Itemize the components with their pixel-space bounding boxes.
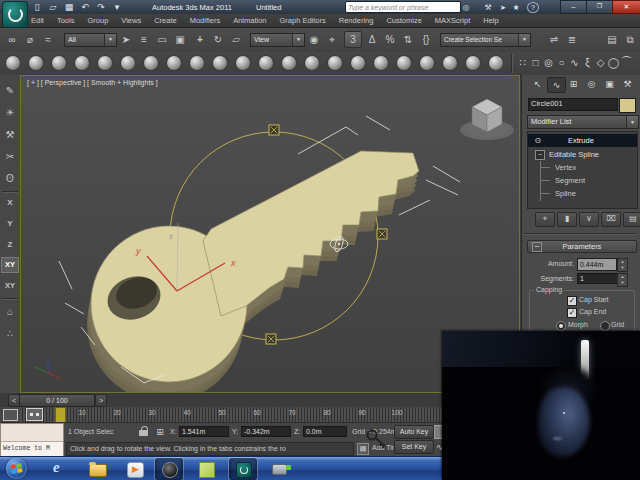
tab-motion[interactable]: ◎ bbox=[583, 77, 600, 91]
select-object-icon[interactable]: ➤ bbox=[118, 32, 134, 48]
shape-ngon-icon[interactable]: ◇ bbox=[594, 56, 607, 70]
search-icon[interactable]: ◎ bbox=[459, 2, 473, 13]
morph-radio[interactable] bbox=[556, 321, 566, 331]
tools-icon[interactable]: ⚒ bbox=[1, 127, 19, 143]
shape-rectangle-icon[interactable]: □ bbox=[529, 56, 542, 70]
search-input[interactable] bbox=[345, 1, 461, 13]
menu-tools[interactable]: Tools bbox=[57, 16, 75, 25]
maximize-button[interactable]: ❐ bbox=[586, 0, 613, 14]
menu-customize[interactable]: Customize bbox=[386, 16, 421, 25]
selection-filter-arrow-icon[interactable]: ▼ bbox=[104, 34, 116, 46]
shape-donut-icon[interactable]: ◎ bbox=[542, 56, 555, 70]
menu-create[interactable]: Create bbox=[154, 16, 177, 25]
named-selection-sets-dropdown[interactable]: Create Selection Se ▼ bbox=[440, 33, 531, 47]
cap-start-checkbox[interactable]: ✓ bbox=[567, 296, 577, 306]
primitive-icon[interactable] bbox=[6, 56, 20, 70]
morph-label[interactable]: Morph bbox=[568, 321, 588, 328]
select-and-move-icon[interactable]: + bbox=[192, 32, 208, 48]
amount-spinner[interactable]: ▲▼ bbox=[617, 258, 628, 272]
remove-modifier-button[interactable]: ⌧ bbox=[601, 212, 621, 227]
shape-ellipse-icon[interactable]: ◯ bbox=[607, 56, 620, 70]
make-unique-button[interactable]: ∨ bbox=[579, 212, 599, 227]
close-button[interactable]: ✕ bbox=[612, 0, 640, 14]
unlink-selection-icon[interactable]: ⌀ bbox=[22, 32, 38, 48]
brush-icon[interactable]: ✎ bbox=[1, 83, 19, 99]
open-file-icon[interactable]: ▱ bbox=[46, 2, 60, 13]
dots-icon[interactable]: ∴ bbox=[1, 326, 19, 342]
show-end-result-button[interactable]: ▮ bbox=[557, 212, 577, 227]
primitive-icon[interactable] bbox=[236, 56, 250, 70]
primitive-icon[interactable] bbox=[29, 56, 43, 70]
taskbar-internet-explorer[interactable]: e bbox=[46, 458, 74, 480]
select-by-name-icon[interactable]: ≡ bbox=[136, 32, 152, 48]
parameters-rollout-header[interactable]: − Parameters bbox=[527, 240, 637, 253]
selection-lock-icon[interactable] bbox=[139, 426, 149, 437]
reference-coordinate-dropdown[interactable]: View ▼ bbox=[250, 33, 305, 47]
tab-create[interactable]: ↖ bbox=[529, 77, 546, 91]
reference-coordinate-arrow-icon[interactable]: ▼ bbox=[292, 34, 304, 46]
taskbar-camcorder-app[interactable] bbox=[266, 458, 294, 480]
segments-spinner[interactable]: ▲▼ bbox=[617, 273, 628, 287]
constraint-x-button[interactable]: X bbox=[1, 195, 19, 211]
taskbar-media-player[interactable]: ▶ bbox=[121, 458, 149, 480]
primitive-icon[interactable] bbox=[121, 56, 135, 70]
track-bar-filter-icon[interactable] bbox=[26, 408, 43, 421]
menu-rendering[interactable]: Rendering bbox=[339, 16, 374, 25]
angle-snap-icon[interactable]: Δ bbox=[364, 32, 380, 48]
modifier-list-arrow-icon[interactable]: ▼ bbox=[626, 116, 638, 128]
segments-field[interactable]: 1 bbox=[577, 273, 619, 284]
coord-x-field[interactable]: 1.541m bbox=[179, 426, 229, 437]
menu-maxscript[interactable]: MAXScript bbox=[435, 16, 470, 25]
select-and-link-icon[interactable]: ∞ bbox=[4, 32, 20, 48]
grid-radio[interactable] bbox=[600, 321, 610, 331]
bind-to-space-warp-icon[interactable]: ≈ bbox=[40, 32, 56, 48]
edit-named-selection-sets-icon[interactable]: {} bbox=[418, 32, 434, 48]
project-toolbar-icon[interactable]: ▾ bbox=[110, 2, 124, 13]
menu-help[interactable]: Help bbox=[483, 16, 498, 25]
stack-subitem-spline[interactable]: Spline bbox=[528, 187, 637, 200]
tab-hierarchy[interactable]: ⊞ bbox=[565, 77, 582, 91]
primitive-icon[interactable] bbox=[351, 56, 365, 70]
menu-modifiers[interactable]: Modifiers bbox=[190, 16, 220, 25]
coord-y-field[interactable]: -0.342m bbox=[241, 426, 291, 437]
communication-center-icon[interactable]: ⚒ bbox=[481, 2, 495, 13]
mirror-icon[interactable]: ⇌ bbox=[546, 32, 562, 48]
shape-arc-icon[interactable]: ⁀ bbox=[620, 56, 633, 70]
menu-animation[interactable]: Animation bbox=[233, 16, 266, 25]
graphite-ribbon-icon[interactable]: ⧉ bbox=[622, 32, 638, 48]
welcome-window-fragment[interactable]: Welcome to M bbox=[0, 423, 64, 456]
constraint-z-button[interactable]: Z bbox=[1, 237, 19, 253]
shape-circle-icon[interactable]: ○ bbox=[555, 56, 568, 70]
align-icon[interactable]: ≣ bbox=[564, 32, 580, 48]
primitive-icon[interactable] bbox=[397, 56, 411, 70]
window-crossing-icon[interactable]: ▣ bbox=[172, 32, 188, 48]
set-key-button[interactable]: Set Key bbox=[394, 440, 434, 454]
primitive-icon[interactable] bbox=[52, 56, 66, 70]
primitive-icon[interactable] bbox=[489, 56, 503, 70]
mini-curve-editor-icon[interactable] bbox=[3, 409, 18, 421]
frame-indicator[interactable]: 0 / 100 bbox=[19, 394, 95, 407]
taskbar-camera-app[interactable] bbox=[155, 458, 183, 480]
favorites-pointer-icon[interactable]: ➤ bbox=[496, 2, 510, 13]
taskbar-windows-explorer[interactable] bbox=[83, 458, 111, 480]
application-menu-button[interactable] bbox=[2, 1, 28, 28]
primitive-icon[interactable] bbox=[443, 56, 457, 70]
configure-modifier-sets-button[interactable]: ▤ bbox=[623, 212, 640, 227]
object-color-swatch[interactable] bbox=[619, 98, 636, 113]
building-icon[interactable]: ⌂ bbox=[1, 304, 19, 320]
shape-curve-icon[interactable]: ∿ bbox=[568, 56, 581, 70]
primitive-icon[interactable] bbox=[305, 56, 319, 70]
rollout-collapse-icon[interactable]: − bbox=[532, 242, 542, 252]
tab-utilities[interactable]: ⚒ bbox=[619, 77, 636, 91]
primitive-icon[interactable] bbox=[213, 56, 227, 70]
primitive-icon[interactable] bbox=[420, 56, 434, 70]
cap-end-checkbox[interactable]: ✓ bbox=[567, 308, 577, 318]
constraint-y-button[interactable]: Y bbox=[1, 216, 19, 232]
primitive-icon[interactable] bbox=[190, 56, 204, 70]
grid-label[interactable]: Grid bbox=[611, 321, 624, 328]
rectangular-selection-region-icon[interactable]: ▭ bbox=[154, 32, 170, 48]
auto-key-button[interactable]: Auto Key bbox=[394, 425, 434, 439]
primitive-icon[interactable] bbox=[328, 56, 342, 70]
tab-display[interactable]: ▣ bbox=[601, 77, 618, 91]
coord-z-field[interactable]: 0.0m bbox=[303, 426, 347, 437]
